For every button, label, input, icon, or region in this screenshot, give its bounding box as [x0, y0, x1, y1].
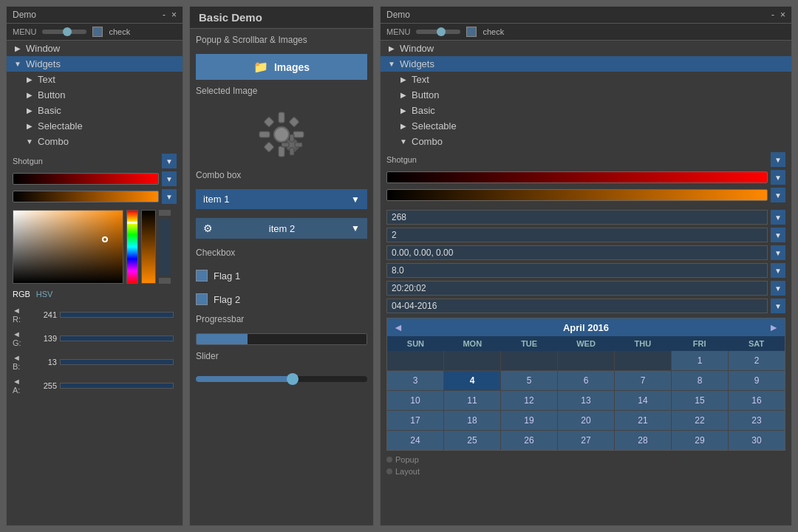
- left-menu-checkbox[interactable]: [92, 27, 103, 37]
- right-tree-widgets[interactable]: ▼ Widgets: [381, 56, 791, 72]
- hsv-tab[interactable]: HSV: [36, 290, 53, 299]
- rgb-tab[interactable]: RGB: [13, 290, 30, 299]
- tree-widgets[interactable]: ▼ Widgets: [7, 56, 183, 72]
- scroll-down[interactable]: [159, 278, 171, 284]
- cal-day-25[interactable]: 25: [444, 431, 500, 450]
- color-spectrum[interactable]: [126, 210, 138, 284]
- time-dropdown[interactable]: ▼: [771, 281, 785, 296]
- popup-section-label: Popup & Scrollbar & Images: [196, 35, 367, 45]
- right-tree-basic[interactable]: ▶ Basic: [381, 103, 791, 118]
- date-value[interactable]: 04-04-2016: [386, 299, 768, 313]
- color-bar-red[interactable]: [13, 173, 159, 185]
- cal-day-16[interactable]: 16: [729, 391, 785, 410]
- right-menu-slider[interactable]: [416, 30, 460, 34]
- cal-day-7[interactable]: 7: [615, 371, 671, 390]
- cal-day-empty: [444, 351, 500, 370]
- right-tree-button[interactable]: ▶ Button: [381, 87, 791, 103]
- b-bar[interactable]: [60, 359, 174, 365]
- cal-day-4[interactable]: 4: [444, 371, 500, 390]
- alpha-bar[interactable]: [141, 210, 156, 284]
- cal-day-2[interactable]: 2: [729, 351, 785, 370]
- scroll-up[interactable]: [159, 210, 171, 216]
- right-minimize-btn[interactable]: -: [771, 10, 774, 20]
- float-dropdown[interactable]: ▼: [771, 263, 785, 278]
- numeric-2-dropdown[interactable]: ▼: [771, 228, 785, 242]
- cal-day-23[interactable]: 23: [729, 411, 785, 430]
- cal-day-19[interactable]: 19: [501, 411, 557, 430]
- tree-basic[interactable]: ▶ Basic: [7, 103, 183, 118]
- left-menu-slider[interactable]: [42, 30, 86, 34]
- shotgun-dropdown[interactable]: ▼: [162, 154, 177, 168]
- cal-next-btn[interactable]: ►: [768, 321, 779, 333]
- cal-day-1[interactable]: 1: [672, 351, 728, 370]
- combo-item-2-label: item 2: [269, 223, 295, 234]
- tree-button[interactable]: ▶ Button: [7, 87, 183, 103]
- scroll-track[interactable]: [159, 219, 171, 275]
- tree-selectable[interactable]: ▶ Selectable: [7, 118, 183, 134]
- cal-day-30[interactable]: 30: [729, 431, 785, 450]
- right-menu-checkbox[interactable]: [466, 27, 477, 37]
- cal-day-26[interactable]: 26: [501, 431, 557, 450]
- time-val: 20:20:02: [386, 281, 768, 296]
- flag2-checkbox[interactable]: Flag 2: [196, 290, 367, 308]
- combo-item-2[interactable]: ⚙ item 2 ▼: [196, 218, 367, 239]
- left-minimize-btn[interactable]: -: [163, 10, 166, 20]
- right-color-bar-red[interactable]: [386, 171, 768, 183]
- cal-day-3[interactable]: 3: [387, 371, 443, 390]
- color-bar-orange[interactable]: [13, 191, 159, 202]
- slider[interactable]: [196, 376, 367, 382]
- cal-day-8[interactable]: 8: [672, 371, 728, 390]
- layout-collapsed-label: Layout: [395, 467, 420, 476]
- cal-day-29[interactable]: 29: [672, 431, 728, 450]
- color-picker-section: Shotgun ▼ ▼ ▼: [7, 149, 183, 400]
- cal-day-15[interactable]: 15: [672, 391, 728, 410]
- color-vec-dropdown[interactable]: ▼: [771, 245, 785, 260]
- date-dropdown[interactable]: ▼: [771, 299, 785, 313]
- right-orange-dropdown[interactable]: ▼: [771, 188, 785, 202]
- combo-item-1[interactable]: item 1 ▼: [196, 189, 367, 209]
- slider-thumb[interactable]: [287, 373, 299, 385]
- cal-day-27[interactable]: 27: [558, 431, 614, 450]
- right-color-bar-orange[interactable]: [386, 189, 768, 201]
- tree-text[interactable]: ▶ Text: [7, 72, 183, 87]
- cal-day-17[interactable]: 17: [387, 411, 443, 430]
- g-bar[interactable]: [60, 335, 174, 341]
- cal-day-10[interactable]: 10: [387, 391, 443, 410]
- cal-day-6[interactable]: 6: [558, 371, 614, 390]
- cal-prev-btn[interactable]: ◄: [393, 321, 403, 333]
- cal-day-9[interactable]: 9: [729, 371, 785, 390]
- weekday-tue: TUE: [501, 336, 558, 351]
- cal-day-18[interactable]: 18: [444, 411, 500, 430]
- right-tree-selectable[interactable]: ▶ Selectable: [381, 118, 791, 134]
- shotgun-section: Shotgun ▼ ▼ ▼: [381, 149, 791, 208]
- images-button[interactable]: 📁 Images: [196, 54, 367, 80]
- cal-day-21[interactable]: 21: [615, 411, 671, 430]
- cal-day-28[interactable]: 28: [615, 431, 671, 450]
- right-shotgun-dropdown[interactable]: ▼: [771, 152, 785, 167]
- cal-day-5[interactable]: 5: [501, 371, 557, 390]
- right-close-btn[interactable]: ×: [780, 10, 785, 20]
- cal-day-20[interactable]: 20: [558, 411, 614, 430]
- cal-day-13[interactable]: 13: [558, 391, 614, 410]
- left-close-btn[interactable]: ×: [171, 10, 177, 20]
- cal-day-11[interactable]: 11: [444, 391, 500, 410]
- cal-day-empty: [558, 351, 614, 370]
- tree-combo[interactable]: ▼ Combo: [7, 134, 183, 149]
- right-tree-button-label: Button: [412, 89, 440, 100]
- flag1-checkbox[interactable]: Flag 1: [196, 267, 367, 284]
- a-bar[interactable]: [60, 383, 174, 389]
- right-tree-window[interactable]: ▶ Window: [381, 41, 791, 56]
- red-dropdown[interactable]: ▼: [162, 171, 177, 186]
- color-gradient[interactable]: [13, 210, 123, 284]
- right-tree-text[interactable]: ▶ Text: [381, 72, 791, 87]
- right-tree-combo[interactable]: ▼ Combo: [381, 134, 791, 149]
- cal-day-22[interactable]: 22: [672, 411, 728, 430]
- r-bar[interactable]: [60, 312, 174, 318]
- orange-dropdown[interactable]: ▼: [162, 189, 177, 204]
- cal-day-24[interactable]: 24: [387, 431, 443, 450]
- tree-window[interactable]: ▶ Window: [7, 41, 183, 56]
- right-red-dropdown[interactable]: ▼: [771, 170, 785, 185]
- cal-day-14[interactable]: 14: [615, 391, 671, 410]
- cal-day-12[interactable]: 12: [501, 391, 557, 410]
- numeric-268-dropdown[interactable]: ▼: [771, 210, 785, 225]
